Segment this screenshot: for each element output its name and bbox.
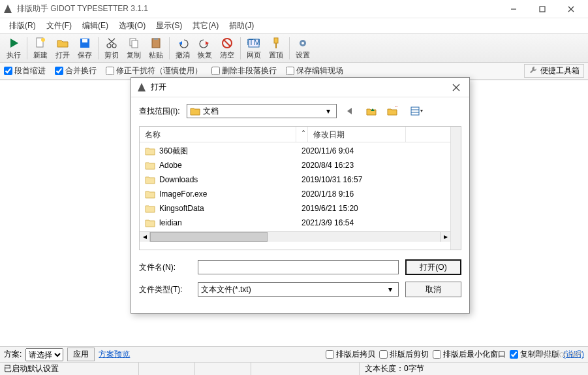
copy-icon — [127, 37, 140, 50]
menubar: 排版(R) 文件(F) 编辑(E) 选项(O) 显示(S) 其它(A) 捐助(J… — [0, 18, 588, 34]
opt-merge[interactable]: 合并换行 — [55, 65, 97, 76]
toolbar-copy-button[interactable]: 复制 — [123, 35, 145, 61]
nav-view-button[interactable] — [406, 105, 428, 118]
paste-icon — [149, 37, 162, 50]
menu-file[interactable]: 文件(F) — [41, 19, 77, 33]
dialog-open-button[interactable]: 打开(O) — [405, 259, 461, 275]
menu-typeset[interactable]: 排版(R) — [4, 19, 41, 33]
chevron-down-icon: ▾ — [323, 106, 333, 116]
lookin-row: 查找范围(I): 文档 ▾ * — [131, 97, 469, 123]
file-row[interactable]: KingsoftData2019/6/21 15:20 — [140, 201, 450, 216]
toolbar-paste-button[interactable]: 粘贴 — [145, 35, 167, 61]
window-maximize-button[interactable] — [528, 0, 557, 18]
opt-minimize-after[interactable]: 排版后最小化窗口 — [433, 349, 506, 360]
nav-newfolder-button[interactable]: * — [385, 105, 399, 118]
file-date: 2019/10/31 16:57 — [302, 175, 399, 184]
undo-icon — [176, 37, 189, 50]
scheme-select[interactable]: 请选择 — [25, 348, 63, 361]
opt-copy-format[interactable]: 复制即排版 — [510, 349, 559, 360]
folder-icon — [145, 218, 155, 228]
scheme-bar: 方案: 请选择 应用 方案预览 排版后拷贝 排版后剪切 排版后最小化窗口 复制即… — [0, 346, 588, 362]
toolbar-redo-button[interactable]: 恢复 — [194, 35, 216, 61]
column-name[interactable]: 名称 — [140, 127, 296, 142]
dialog-cancel-button[interactable]: 取消 — [405, 282, 461, 297]
file-row[interactable]: Adobe2020/8/4 16:23 — [140, 158, 450, 172]
opt-copy-after[interactable]: 排版后拷贝 — [326, 349, 375, 360]
svg-point-27 — [302, 42, 304, 44]
vertical-scrollbar[interactable] — [450, 127, 461, 250]
toolbar-separator — [98, 37, 99, 59]
file-row[interactable]: leidian2021/3/9 16:54 — [140, 216, 450, 230]
menu-donate[interactable]: 捐助(J) — [224, 19, 259, 33]
menu-options[interactable]: 选项(O) — [114, 19, 151, 33]
menu-other[interactable]: 其它(A) — [187, 19, 224, 33]
toolbar-undo-button[interactable]: 撤消 — [172, 35, 194, 61]
toolbar-separator — [169, 37, 170, 59]
toolbar-open-button[interactable]: 打开 — [52, 35, 74, 61]
file-date: 2020/1/18 9:16 — [302, 189, 399, 199]
status-ready: 已启动默认设置 — [4, 363, 134, 375]
explain-link[interactable]: (说明) — [563, 349, 584, 360]
menu-display[interactable]: 显示(S) — [151, 19, 187, 33]
horizontal-scrollbar[interactable]: ◂ ▸ — [140, 231, 450, 242]
apply-button[interactable]: 应用 — [67, 348, 95, 361]
file-date: 2021/3/9 16:54 — [302, 218, 399, 227]
toolbox-button[interactable]: 便捷工具箱 — [524, 64, 584, 78]
file-row[interactable]: Downloads2019/10/31 16:57 — [140, 172, 450, 187]
file-date: 2020/8/4 16:23 — [302, 161, 399, 170]
dialog-titlebar[interactable]: 打开 — [131, 78, 469, 97]
toolbar-clear-button[interactable]: 清空 — [216, 35, 238, 61]
opt-cut-after[interactable]: 排版后剪切 — [379, 349, 429, 360]
svg-line-13 — [108, 39, 114, 44]
svg-line-21 — [224, 40, 230, 46]
chevron-down-icon: ▾ — [385, 285, 395, 294]
redo-icon — [198, 37, 211, 50]
file-date: 2019/6/21 15:20 — [302, 204, 399, 213]
opt-fixnoise[interactable]: 修正干扰符（谨慎使用） — [106, 65, 202, 76]
file-list: 名称 ˄ 修改日期 360截图2020/11/6 9:04Adobe2020/8… — [139, 126, 461, 250]
opt-delnonpara[interactable]: 删除非段落换行 — [211, 65, 277, 76]
toolbar-separator — [240, 37, 241, 59]
svg-rect-15 — [132, 41, 138, 48]
toolbar-settings-button[interactable]: 设置 — [292, 35, 314, 61]
file-name: leidian — [159, 218, 302, 227]
toolbar-web-button[interactable]: HTML 网页 — [243, 35, 265, 61]
toolbar-separator — [289, 37, 290, 59]
preview-link[interactable]: 方案预览 — [99, 349, 130, 360]
svg-marker-5 — [10, 39, 18, 48]
file-date: 2020/11/6 9:04 — [302, 146, 399, 155]
filename-label: 文件名(N): — [139, 262, 191, 273]
svg-text:HTML: HTML — [247, 38, 260, 47]
svg-marker-37 — [420, 110, 423, 112]
opt-keepedit[interactable]: 保存编辑现场 — [286, 65, 343, 76]
folder-icon — [145, 146, 155, 156]
filetype-combo[interactable]: 文本文件(*.txt) ▾ — [198, 282, 399, 297]
menu-edit[interactable]: 编辑(E) — [77, 19, 114, 33]
pin-icon — [270, 37, 283, 50]
clear-icon — [221, 37, 234, 50]
opt-indent[interactable]: 段首缩进 — [4, 65, 46, 76]
file-row[interactable]: ImageFor.exe2020/1/18 9:16 — [140, 187, 450, 201]
column-date[interactable]: 修改日期 — [308, 127, 406, 142]
svg-point-11 — [112, 44, 116, 48]
nav-up-button[interactable] — [364, 105, 379, 118]
window-close-button[interactable] — [557, 0, 585, 18]
filename-input[interactable] — [198, 260, 399, 274]
svg-text:*: * — [395, 106, 397, 112]
nav-back-button[interactable] — [343, 105, 358, 118]
svg-line-12 — [109, 39, 115, 44]
dialog-close-button[interactable] — [448, 80, 464, 95]
file-row[interactable]: 360截图2020/11/6 9:04 — [140, 144, 450, 158]
lookin-value: 文档 — [203, 106, 323, 117]
app-icon — [136, 82, 147, 93]
toolbar-save-button[interactable]: 保存 — [74, 35, 96, 61]
folder-icon — [145, 189, 155, 199]
toolbar-new-button[interactable]: 新建 — [29, 35, 52, 61]
toolbar-top-button[interactable]: 置顶 — [265, 35, 287, 61]
window-minimize-button[interactable] — [499, 0, 528, 18]
folder-icon — [145, 174, 155, 185]
lookin-combo[interactable]: 文档 ▾ — [187, 104, 337, 118]
toolbar-run-button[interactable]: 执行 — [3, 35, 25, 61]
open-file-dialog: 打开 查找范围(I): 文档 ▾ * 名称 ˄ 修改日期 360截图2020/1… — [131, 77, 470, 314]
toolbar-cut-button[interactable]: 剪切 — [101, 35, 123, 61]
